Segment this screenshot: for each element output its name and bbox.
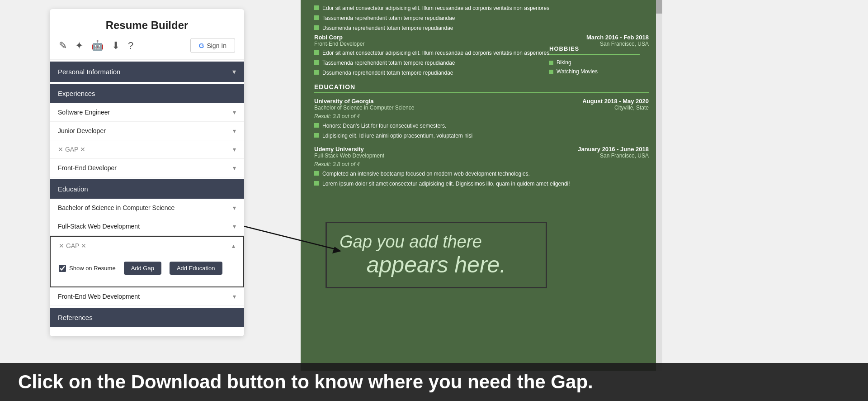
gap-expanded-body: Show on Resume Add Gap Add Education <box>51 255 243 286</box>
hobby-watching-movies: Watching Movies <box>549 68 640 75</box>
gap-label-2: ✕ GAP ✕ <box>59 242 86 249</box>
udemy-bullet-2: Lorem ipsum dolor sit amet consectetur a… <box>314 180 649 188</box>
education-section-title: EDUCATION <box>314 83 649 93</box>
gap-actions-row: Show on Resume Add Gap Add Education <box>59 262 235 275</box>
bachelor-label: Bachelor of Science in Computer Science <box>58 204 175 211</box>
experiences-label: Experiences <box>58 90 95 97</box>
fullstack-chevron: ▾ <box>233 223 236 230</box>
bullet-sq <box>314 5 319 10</box>
bachelor-chevron: ▾ <box>233 204 236 211</box>
hobby-biking-label: Biking <box>557 59 571 66</box>
bullet-top-1: Edor sit amet consectetur adipisicing el… <box>314 5 649 12</box>
personal-information-chevron: ▾ <box>232 67 236 76</box>
robot-icon[interactable]: 🤖 <box>91 40 104 52</box>
hobby-biking: Biking <box>549 59 640 66</box>
gap-expanded-chevron: ▴ <box>232 242 235 249</box>
toolbar: ✎ ✦ 🤖 ⬇ ? G Sign In <box>50 38 244 60</box>
frontend-web-item[interactable]: Front-End Web Development ▾ <box>50 287 244 306</box>
front-end-developer-chevron: ▾ <box>233 164 236 172</box>
gap-annotation-line2: appears here. <box>340 252 533 278</box>
gap-annotation-box: Gap you add there appears here. <box>326 222 547 288</box>
hobbies-panel: HOBBIES Biking Watching Movies <box>549 45 640 77</box>
hobby-sq <box>549 61 553 65</box>
gap-expanded-section: ✕ GAP ✕ ▴ Show on Resume Add Gap Add Edu… <box>50 236 244 287</box>
software-engineer-item[interactable]: Software Engineer ▾ <box>50 103 244 122</box>
edit-icon[interactable]: ✎ <box>59 40 67 52</box>
udemy-sub: Full-Stack Web Development San Francisco… <box>314 153 649 159</box>
add-education-button[interactable]: Add Education <box>170 262 222 275</box>
app-title: Resume Builder <box>50 9 244 38</box>
toolbar-icons: ✎ ✦ 🤖 ⬇ ? <box>59 40 133 52</box>
uog-bullet-1: Honors: Dean's List for four consecutive… <box>314 122 649 130</box>
hobbies-title: HOBBIES <box>549 45 640 55</box>
bullet-top-3-text: Dssumenda reprehenderit totam tempore re… <box>322 24 453 32</box>
udemy-school: Udemy University <box>314 146 364 153</box>
uog-location: Cityville, State <box>614 105 649 111</box>
personal-information-header[interactable]: Personal Information ▾ <box>50 62 244 82</box>
gap-expanded-header[interactable]: ✕ GAP ✕ ▴ <box>51 237 243 255</box>
sign-in-label: Sign In <box>207 42 226 49</box>
gap-annotation-line1: Gap you add there <box>340 232 533 252</box>
bullet-sq <box>314 15 319 20</box>
udemy-entry: Udemy University January 2016 - June 201… <box>314 146 649 188</box>
university-of-georgia-entry: University of Georgia August 2018 - May … <box>314 98 649 140</box>
uog-header: University of Georgia August 2018 - May … <box>314 98 649 105</box>
uog-degree: Bachelor of Science in Computer Science <box>314 105 414 111</box>
education-header[interactable]: Education <box>50 179 244 199</box>
resume-scrollbar[interactable] <box>656 0 662 371</box>
bottom-banner-text: Click on the Download button to know whe… <box>18 371 593 392</box>
software-engineer-chevron: ▾ <box>233 109 236 116</box>
robi-corp-company: Robi Corp <box>314 34 343 41</box>
download-icon[interactable]: ⬇ <box>112 40 120 52</box>
software-engineer-label: Software Engineer <box>58 109 110 116</box>
frontend-web-chevron: ▾ <box>233 293 236 300</box>
scrollbar-thumb <box>656 0 662 14</box>
help-icon[interactable]: ? <box>128 40 133 52</box>
junior-developer-chevron: ▾ <box>233 127 236 134</box>
experiences-header[interactable]: Experiences <box>50 84 244 103</box>
sign-in-button[interactable]: G Sign In <box>190 38 235 53</box>
udemy-result: Result: 3.8 out of 4 <box>314 161 649 167</box>
front-end-developer-item[interactable]: Front-End Developer ▾ <box>50 159 244 177</box>
udemy-dates: January 2016 - June 2018 <box>578 146 649 153</box>
hobby-movies-label: Watching Movies <box>557 68 598 75</box>
education-label: Education <box>58 185 88 193</box>
references-header[interactable]: References <box>50 308 244 327</box>
uog-bullet-2: Ldipisicing elit. Id iure animi optio pr… <box>314 132 649 140</box>
bottom-banner: Click on the Download button to know whe… <box>0 363 868 401</box>
show-on-resume-text: Show on Resume <box>69 265 116 272</box>
robi-corp-header: Robi Corp March 2016 - Feb 2018 <box>314 34 649 41</box>
fullstack-item[interactable]: Full-Stack Web Development ▾ <box>50 217 244 236</box>
hobby-sq2 <box>549 70 553 74</box>
bullet-top-3: Dssumenda reprehenderit totam tempore re… <box>314 24 649 32</box>
fullstack-label: Full-Stack Web Development <box>58 223 140 230</box>
uog-school: University of Georgia <box>314 98 373 105</box>
bullet-top-1-text: Edor sit amet consectetur adipisicing el… <box>322 5 549 12</box>
bullet-top-2: Tassumenda reprehenderit totam tempore r… <box>314 14 649 22</box>
udemy-header: Udemy University January 2016 - June 201… <box>314 146 649 153</box>
google-icon: G <box>199 42 204 49</box>
bullet-top-2-text: Tassumenda reprehenderit totam tempore r… <box>322 14 455 22</box>
junior-developer-item[interactable]: Junior Developer ▾ <box>50 122 244 140</box>
uog-dates: August 2018 - May 2020 <box>582 98 649 105</box>
frontend-web-label: Front-End Web Development <box>58 293 140 300</box>
references-label: References <box>58 314 93 321</box>
gap-item-1[interactable]: ✕ GAP ✕ ▾ <box>50 140 244 159</box>
sidebar: Resume Builder ✎ ✦ 🤖 ⬇ ? G Sign In Perso… <box>50 9 244 336</box>
udemy-degree: Full-Stack Web Development <box>314 153 384 159</box>
bachelor-item[interactable]: Bachelor of Science in Computer Science … <box>50 199 244 217</box>
udemy-bullet-1: Completed an intensive bootcamp focused … <box>314 170 649 178</box>
gap-label-1: ✕ GAP ✕ <box>58 146 85 153</box>
gap-chevron-1: ▾ <box>233 146 236 153</box>
bullet-sq <box>314 25 319 30</box>
robi-corp-dates: March 2016 - Feb 2018 <box>586 34 649 41</box>
show-on-resume-label[interactable]: Show on Resume <box>59 265 116 272</box>
add-gap-button[interactable]: Add Gap <box>124 262 161 275</box>
robi-corp-role: Front-End Developer <box>314 41 364 47</box>
udemy-location: San Francisco, USA <box>600 153 649 159</box>
uog-sub: Bachelor of Science in Computer Science … <box>314 105 649 111</box>
show-on-resume-checkbox[interactable] <box>59 265 66 272</box>
magic-icon[interactable]: ✦ <box>75 40 83 52</box>
front-end-developer-label: Front-End Developer <box>58 164 117 172</box>
personal-information-label: Personal Information <box>58 68 120 76</box>
